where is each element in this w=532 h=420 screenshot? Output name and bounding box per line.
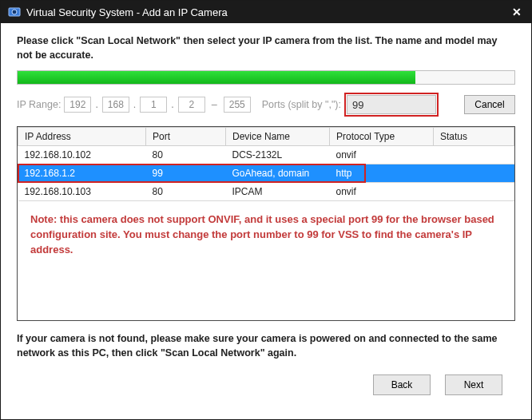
close-icon[interactable]: ✕	[509, 6, 525, 18]
back-button[interactable]: Back	[373, 374, 431, 395]
svg-point-1	[12, 10, 17, 14]
ip-octet-4[interactable]	[178, 97, 205, 113]
results-panel: IP Address Port Device Name Protocol Typ…	[17, 126, 515, 321]
scan-progress-fill	[18, 71, 415, 84]
table-row[interactable]: 192.168.10.102 80 DCS-2132L onvif	[18, 146, 514, 164]
window-title: Virtual Security System - Add an IP Came…	[26, 6, 228, 18]
footer-instruction: If your camera is not found, please make…	[17, 332, 515, 360]
ip-octet-1[interactable]	[64, 97, 91, 113]
scan-progress	[17, 70, 515, 85]
ip-octet-2[interactable]	[102, 97, 129, 113]
col-ip[interactable]: IP Address	[18, 128, 146, 146]
results-table: IP Address Port Device Name Protocol Typ…	[18, 127, 514, 201]
instruction-text: Please click "Scan Local Network" then s…	[17, 34, 515, 62]
note-text: Note: this camera does not support ONVIF…	[18, 201, 514, 258]
next-button[interactable]: Next	[445, 374, 502, 395]
dialog-window: Virtual Security System - Add an IP Came…	[0, 0, 532, 420]
ip-range-end[interactable]	[224, 97, 251, 113]
blank-area	[38, 374, 109, 394]
ip-octet-3[interactable]	[140, 97, 167, 113]
cancel-button[interactable]: Cancel	[464, 95, 515, 114]
ports-highlight	[344, 93, 439, 117]
col-port[interactable]: Port	[146, 128, 226, 146]
table-row[interactable]: 192.168.10.103 80 IPCAM onvif	[18, 183, 514, 201]
app-icon	[7, 5, 22, 19]
col-device[interactable]: Device Name	[226, 128, 330, 146]
table-row-selected[interactable]: 192.168.1.2 99 GoAhead, domain http	[18, 164, 514, 183]
titlebar: Virtual Security System - Add an IP Came…	[1, 1, 531, 23]
col-status[interactable]: Status	[434, 128, 514, 146]
ports-input[interactable]	[347, 95, 436, 114]
ip-range-label: IP Range:	[17, 99, 61, 110]
wizard-buttons: Back Next	[373, 360, 515, 408]
ports-label: Ports (split by ","):	[262, 99, 341, 110]
ip-range-row: IP Range: . . . – Ports (split by ","): …	[17, 93, 515, 117]
col-protocol[interactable]: Protocol Type	[330, 128, 434, 146]
table-header-row: IP Address Port Device Name Protocol Typ…	[18, 128, 514, 146]
